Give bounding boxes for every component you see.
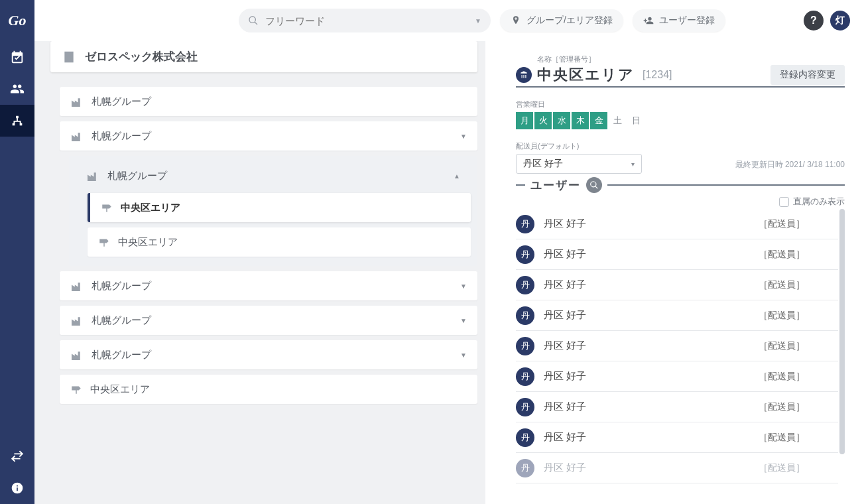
direct-only-checkbox[interactable] — [779, 197, 789, 207]
day-cell: 水 — [553, 112, 570, 129]
user-role: ［配送員］ — [759, 371, 805, 383]
group-row[interactable]: 札幌グループ▼ — [60, 340, 477, 369]
users-section-header: ユーザー — [516, 177, 845, 193]
detail-caption: 名称［管理番号］ — [537, 54, 595, 64]
chevron-icon: ▼ — [460, 317, 467, 324]
group-label: 札幌グループ — [92, 95, 151, 108]
user-avatar: 丹 — [516, 428, 534, 447]
register-group-area-button[interactable]: グループ/エリア登録 — [500, 9, 623, 32]
default-deliverer-select[interactable]: 丹区 好子 — [516, 154, 642, 174]
user-name: 丹区 好子 — [544, 340, 586, 352]
day-cell: 土 — [609, 112, 626, 129]
topbar: ▼ グループ/エリア登録 ユーザー登録 ? 灯 — [34, 0, 862, 41]
factory-icon — [70, 315, 84, 326]
users-search-button[interactable] — [586, 177, 602, 193]
group-row[interactable]: 札幌グループ▲ — [76, 162, 471, 189]
search-box[interactable]: ▼ — [239, 9, 491, 32]
rail-item-users[interactable] — [0, 73, 34, 105]
search-input[interactable] — [264, 15, 469, 27]
user-row[interactable]: 丹丹区 好子［配送員］ — [516, 392, 838, 422]
detail-code: [1234] — [643, 69, 672, 81]
factory-icon — [70, 96, 84, 107]
day-cell: 火 — [534, 112, 552, 129]
user-row[interactable]: 丹丹区 好子［配送員］ — [516, 239, 838, 270]
user-name: 丹区 好子 — [544, 401, 586, 413]
group-label: 札幌グループ — [92, 314, 151, 327]
group-row[interactable]: 札幌グループ — [60, 87, 477, 116]
chevron-icon: ▼ — [460, 283, 467, 290]
user-avatar: 丹 — [516, 398, 534, 416]
chevron-icon: ▼ — [460, 133, 467, 140]
rail-item-calendar[interactable] — [0, 41, 34, 73]
user-name: 丹区 好子 — [544, 248, 586, 261]
info-icon — [11, 481, 24, 495]
rail-item-org[interactable] — [0, 105, 34, 137]
business-days-block: 営業曜日 月火水木金土日 — [516, 99, 845, 129]
group-expanded: 札幌グループ▲中央区エリア中央区エリア — [69, 156, 477, 266]
chevron-icon: ▲ — [454, 172, 460, 180]
users-section-title: ユーザー — [530, 178, 581, 193]
user-name: 丹区 好子 — [544, 462, 586, 474]
user-row[interactable]: 丹丹区 好子［配送員］ — [516, 209, 838, 239]
group-row[interactable]: 札幌グループ▼ — [60, 121, 477, 151]
register-user-button[interactable]: ユーザー登録 — [633, 9, 725, 32]
company-name: ゼロスペック株式会社 — [85, 49, 198, 64]
user-role: ［配送員］ — [759, 401, 805, 413]
calendar-check-icon — [10, 50, 25, 64]
users-list: 丹丹区 好子［配送員］丹丹区 好子［配送員］丹丹区 好子［配送員］丹丹区 好子［… — [516, 209, 845, 499]
edit-button[interactable]: 登録内容変更 — [770, 65, 845, 85]
area-row[interactable]: 中央区エリア — [88, 193, 471, 222]
building-icon — [62, 50, 76, 64]
user-row[interactable]: 丹丹区 好子［配送員］ — [516, 453, 838, 483]
user-plus-icon — [643, 15, 654, 26]
detail-panel: 名称［管理番号］ 中央区エリア [1234] 登録内容変更 営業曜日 月火水木金… — [485, 41, 862, 504]
rail-item-transfer[interactable] — [0, 440, 34, 472]
detail-header: 名称［管理番号］ 中央区エリア [1234] 登録内容変更 — [516, 56, 845, 88]
user-avatar: 丹 — [516, 245, 534, 264]
user-role: ［配送員］ — [759, 279, 805, 291]
signpost-icon — [101, 203, 113, 212]
scrollbar[interactable] — [839, 209, 845, 454]
area-row[interactable]: 中央区エリア — [88, 227, 471, 257]
pin-plus-icon — [511, 15, 521, 26]
user-name: 丹区 好子 — [544, 279, 586, 291]
area-label: 中央区エリア — [121, 202, 180, 214]
current-user-avatar[interactable]: 灯 — [830, 11, 850, 31]
company-card[interactable]: ゼロスペック株式会社 — [50, 41, 477, 72]
group-label: 札幌グループ — [107, 170, 167, 182]
user-row[interactable]: 丹丹区 好子［配送員］ — [516, 300, 838, 331]
user-row[interactable]: 丹丹区 好子［配送員］ — [516, 422, 838, 453]
chevron-down-icon: ▼ — [475, 17, 481, 25]
user-avatar: 丹 — [516, 215, 534, 233]
area-label: 中央区エリア — [118, 236, 178, 249]
nav-rail: Go — [0, 0, 34, 504]
rail-item-info[interactable] — [0, 472, 34, 504]
area-pin-icon — [516, 67, 532, 83]
user-role: ［配送員］ — [759, 218, 805, 230]
help-button[interactable]: ? — [804, 11, 824, 31]
user-row[interactable]: 丹丹区 好子［配送員］ — [516, 270, 838, 300]
user-row[interactable]: 丹丹区 好子［配送員］ — [516, 331, 838, 361]
user-avatar: 丹 — [516, 337, 534, 355]
default-deliverer-value: 丹区 好子 — [523, 158, 563, 170]
user-role: ［配送員］ — [759, 462, 805, 474]
user-name: 丹区 好子 — [544, 218, 586, 230]
area-row[interactable]: 中央区エリア — [60, 375, 477, 404]
user-row[interactable]: 丹丹区 好子［配送員］ — [516, 361, 838, 392]
user-name: 丹区 好子 — [544, 309, 586, 322]
swap-icon — [10, 449, 25, 464]
group-row[interactable]: 札幌グループ▼ — [60, 271, 477, 300]
group-row[interactable]: 札幌グループ▼ — [60, 306, 477, 335]
user-avatar: 丹 — [516, 306, 534, 325]
signpost-icon — [98, 237, 110, 247]
direct-only-label: 直属のみ表示 — [793, 196, 845, 208]
day-cell: 木 — [572, 112, 589, 129]
brand-logo: Go — [9, 12, 27, 29]
user-name: 丹区 好子 — [544, 431, 586, 444]
user-avatar: 丹 — [516, 276, 534, 294]
day-cell: 金 — [590, 112, 607, 129]
users-filter-row: 直属のみ表示 — [516, 196, 845, 208]
org-chart-icon — [10, 113, 25, 128]
chevron-icon: ▼ — [460, 351, 467, 359]
default-deliverer-label: 配送員(デフォルト) — [516, 141, 845, 151]
